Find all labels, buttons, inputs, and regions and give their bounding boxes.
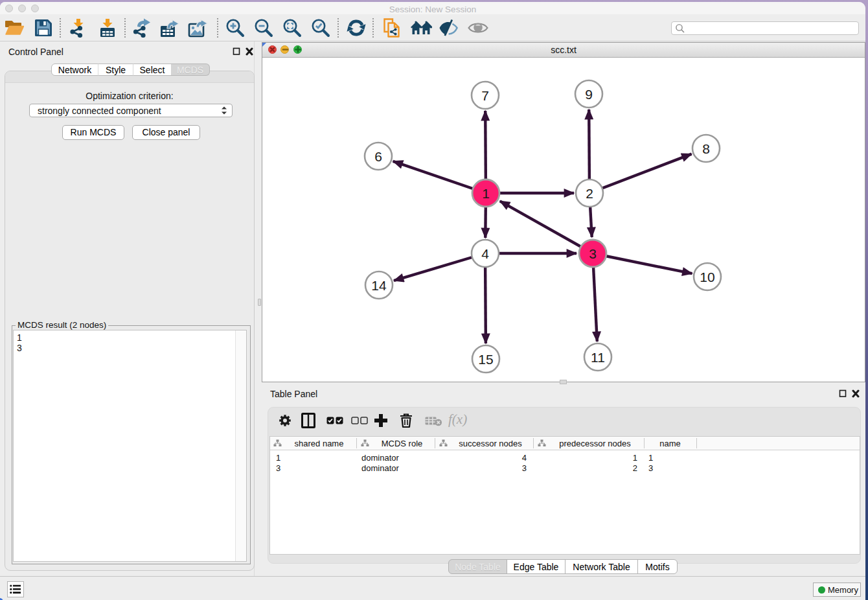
svg-text:1: 1 (482, 186, 490, 201)
svg-text:8: 8 (702, 141, 710, 156)
svg-text:11: 11 (591, 350, 605, 365)
svg-text:7: 7 (481, 88, 489, 103)
svg-text:9: 9 (585, 87, 593, 102)
svg-text:3: 3 (589, 246, 597, 261)
svg-text:10: 10 (700, 270, 714, 284)
svg-text:4: 4 (481, 246, 489, 261)
svg-text:15: 15 (478, 352, 493, 367)
svg-text:14: 14 (371, 278, 387, 293)
svg-text:2: 2 (586, 186, 593, 201)
svg-text:6: 6 (374, 149, 382, 164)
